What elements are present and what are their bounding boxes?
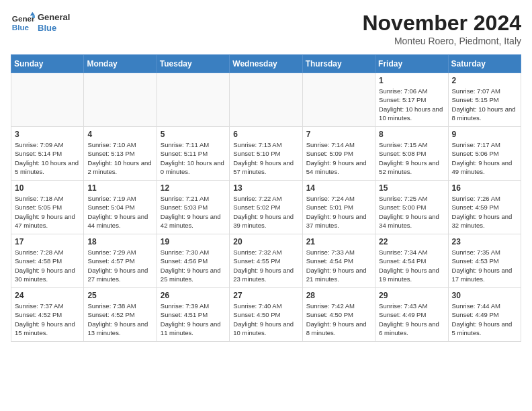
day-number: 28 — [306, 291, 371, 300]
calendar-day-cell — [84, 73, 157, 127]
calendar-day-cell — [230, 73, 302, 127]
day-info: Sunrise: 7:35 AM Sunset: 4:53 PM Dayligh… — [452, 248, 517, 283]
calendar-day-cell: 10Sunrise: 7:18 AM Sunset: 5:05 PM Dayli… — [11, 181, 84, 234]
day-info: Sunrise: 7:24 AM Sunset: 5:01 PM Dayligh… — [306, 194, 371, 230]
day-number: 18 — [87, 237, 152, 246]
day-info: Sunrise: 7:22 AM Sunset: 5:02 PM Dayligh… — [233, 194, 298, 230]
weekday-header: Wednesday — [230, 55, 302, 73]
title-area: November 2024 Monteu Roero, Piedmont, It… — [362, 11, 521, 46]
calendar-day-cell: 16Sunrise: 7:26 AM Sunset: 4:59 PM Dayli… — [448, 181, 521, 234]
weekday-header-row: SundayMondayTuesdayWednesdayThursdayFrid… — [11, 55, 521, 73]
day-info: Sunrise: 7:33 AM Sunset: 4:54 PM Dayligh… — [306, 248, 371, 283]
calendar-day-cell: 13Sunrise: 7:22 AM Sunset: 5:02 PM Dayli… — [230, 181, 302, 234]
day-info: Sunrise: 7:39 AM Sunset: 4:51 PM Dayligh… — [161, 302, 226, 337]
weekday-header: Thursday — [302, 55, 375, 73]
calendar-day-cell: 22Sunrise: 7:34 AM Sunset: 4:54 PM Dayli… — [375, 234, 448, 288]
calendar-day-cell: 14Sunrise: 7:24 AM Sunset: 5:01 PM Dayli… — [302, 181, 375, 234]
calendar-day-cell: 11Sunrise: 7:19 AM Sunset: 5:04 PM Dayli… — [84, 181, 157, 234]
location: Monteu Roero, Piedmont, Italy — [362, 36, 521, 46]
day-number: 4 — [87, 130, 152, 139]
calendar-day-cell: 1Sunrise: 7:06 AM Sunset: 5:17 PM Daylig… — [375, 73, 448, 127]
day-number: 3 — [15, 130, 80, 139]
day-number: 20 — [233, 237, 298, 246]
calendar-day-cell: 24Sunrise: 7:37 AM Sunset: 4:52 PM Dayli… — [11, 288, 84, 342]
day-number: 11 — [87, 183, 152, 193]
day-number: 23 — [452, 237, 517, 246]
weekday-header: Saturday — [448, 55, 521, 73]
calendar-week-row: 24Sunrise: 7:37 AM Sunset: 4:52 PM Dayli… — [11, 288, 521, 342]
calendar-day-cell: 19Sunrise: 7:30 AM Sunset: 4:56 PM Dayli… — [157, 234, 229, 288]
day-number: 27 — [233, 291, 298, 300]
day-info: Sunrise: 7:37 AM Sunset: 4:52 PM Dayligh… — [15, 302, 80, 337]
calendar-day-cell: 30Sunrise: 7:44 AM Sunset: 4:49 PM Dayli… — [448, 288, 521, 342]
calendar-table: SundayMondayTuesdayWednesdayThursdayFrid… — [11, 54, 521, 342]
logo-text: General Blue — [38, 12, 70, 33]
page-header: General Blue General Blue November 2024 … — [11, 11, 521, 46]
logo-icon: General Blue — [11, 11, 35, 35]
day-number: 25 — [87, 291, 152, 300]
day-info: Sunrise: 7:42 AM Sunset: 4:50 PM Dayligh… — [306, 302, 371, 337]
calendar-day-cell — [157, 73, 229, 127]
calendar-week-row: 17Sunrise: 7:28 AM Sunset: 4:58 PM Dayli… — [11, 234, 521, 288]
calendar-day-cell: 27Sunrise: 7:40 AM Sunset: 4:50 PM Dayli… — [230, 288, 302, 342]
calendar-day-cell: 6Sunrise: 7:13 AM Sunset: 5:10 PM Daylig… — [230, 127, 302, 181]
day-number: 16 — [452, 183, 517, 193]
day-info: Sunrise: 7:13 AM Sunset: 5:10 PM Dayligh… — [233, 140, 298, 176]
day-number: 29 — [379, 291, 444, 300]
calendar-week-row: 1Sunrise: 7:06 AM Sunset: 5:17 PM Daylig… — [11, 73, 521, 127]
day-info: Sunrise: 7:21 AM Sunset: 5:03 PM Dayligh… — [161, 194, 226, 230]
day-info: Sunrise: 7:38 AM Sunset: 4:52 PM Dayligh… — [87, 302, 152, 337]
day-number: 2 — [452, 76, 517, 85]
day-info: Sunrise: 7:06 AM Sunset: 5:17 PM Dayligh… — [379, 87, 444, 122]
day-info: Sunrise: 7:28 AM Sunset: 4:58 PM Dayligh… — [15, 248, 80, 283]
day-number: 17 — [15, 237, 80, 246]
day-number: 12 — [161, 183, 226, 193]
day-number: 13 — [233, 183, 298, 193]
day-info: Sunrise: 7:14 AM Sunset: 5:09 PM Dayligh… — [306, 140, 371, 176]
month-title: November 2024 — [362, 11, 521, 36]
day-number: 26 — [161, 291, 226, 300]
calendar-day-cell: 29Sunrise: 7:43 AM Sunset: 4:49 PM Dayli… — [375, 288, 448, 342]
day-info: Sunrise: 7:10 AM Sunset: 5:13 PM Dayligh… — [87, 140, 152, 176]
calendar-day-cell: 17Sunrise: 7:28 AM Sunset: 4:58 PM Dayli… — [11, 234, 84, 288]
weekday-header: Tuesday — [157, 55, 229, 73]
day-info: Sunrise: 7:07 AM Sunset: 5:15 PM Dayligh… — [452, 87, 517, 122]
day-info: Sunrise: 7:11 AM Sunset: 5:11 PM Dayligh… — [161, 140, 226, 176]
day-number: 7 — [306, 130, 371, 139]
calendar-day-cell: 2Sunrise: 7:07 AM Sunset: 5:15 PM Daylig… — [448, 73, 521, 127]
day-info: Sunrise: 7:43 AM Sunset: 4:49 PM Dayligh… — [379, 302, 444, 337]
calendar-day-cell: 7Sunrise: 7:14 AM Sunset: 5:09 PM Daylig… — [302, 127, 375, 181]
calendar-day-cell: 21Sunrise: 7:33 AM Sunset: 4:54 PM Dayli… — [302, 234, 375, 288]
weekday-header: Sunday — [11, 55, 84, 73]
day-info: Sunrise: 7:18 AM Sunset: 5:05 PM Dayligh… — [15, 194, 80, 230]
day-number: 1 — [379, 76, 444, 85]
svg-text:Blue: Blue — [12, 23, 30, 32]
day-info: Sunrise: 7:32 AM Sunset: 4:55 PM Dayligh… — [233, 248, 298, 283]
day-number: 22 — [379, 237, 444, 246]
day-info: Sunrise: 7:19 AM Sunset: 5:04 PM Dayligh… — [87, 194, 152, 230]
day-info: Sunrise: 7:25 AM Sunset: 5:00 PM Dayligh… — [379, 194, 444, 230]
calendar-day-cell: 3Sunrise: 7:09 AM Sunset: 5:14 PM Daylig… — [11, 127, 84, 181]
calendar-day-cell: 15Sunrise: 7:25 AM Sunset: 5:00 PM Dayli… — [375, 181, 448, 234]
calendar-week-row: 10Sunrise: 7:18 AM Sunset: 5:05 PM Dayli… — [11, 181, 521, 234]
calendar-day-cell: 5Sunrise: 7:11 AM Sunset: 5:11 PM Daylig… — [157, 127, 229, 181]
calendar-day-cell: 20Sunrise: 7:32 AM Sunset: 4:55 PM Dayli… — [230, 234, 302, 288]
day-number: 5 — [161, 130, 226, 139]
day-number: 15 — [379, 183, 444, 193]
calendar-day-cell: 4Sunrise: 7:10 AM Sunset: 5:13 PM Daylig… — [84, 127, 157, 181]
calendar-day-cell — [302, 73, 375, 127]
logo: General Blue General Blue — [11, 11, 70, 35]
day-info: Sunrise: 7:17 AM Sunset: 5:06 PM Dayligh… — [452, 140, 517, 176]
calendar-day-cell: 23Sunrise: 7:35 AM Sunset: 4:53 PM Dayli… — [448, 234, 521, 288]
day-number: 9 — [452, 130, 517, 139]
calendar-day-cell: 18Sunrise: 7:29 AM Sunset: 4:57 PM Dayli… — [84, 234, 157, 288]
calendar-week-row: 3Sunrise: 7:09 AM Sunset: 5:14 PM Daylig… — [11, 127, 521, 181]
day-info: Sunrise: 7:26 AM Sunset: 4:59 PM Dayligh… — [452, 194, 517, 230]
calendar-day-cell: 25Sunrise: 7:38 AM Sunset: 4:52 PM Dayli… — [84, 288, 157, 342]
calendar-day-cell: 26Sunrise: 7:39 AM Sunset: 4:51 PM Dayli… — [157, 288, 229, 342]
day-number: 14 — [306, 183, 371, 193]
day-number: 24 — [15, 291, 80, 300]
day-number: 21 — [306, 237, 371, 246]
day-info: Sunrise: 7:34 AM Sunset: 4:54 PM Dayligh… — [379, 248, 444, 283]
calendar-day-cell — [11, 73, 84, 127]
